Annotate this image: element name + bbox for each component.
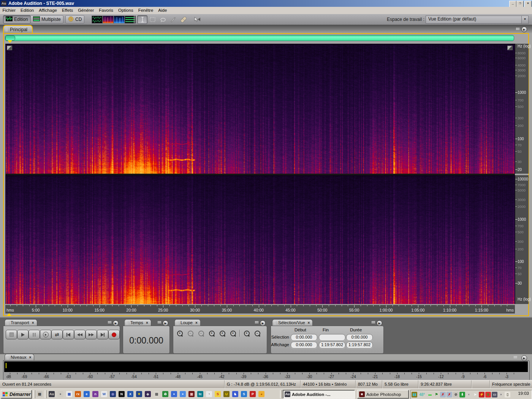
spectrogram-left-channel[interactable] xyxy=(5,44,515,174)
quicklaunch-icon-17[interactable]: ▣ xyxy=(188,391,195,397)
transport-end-button[interactable] xyxy=(97,330,108,339)
selection-value-0-2[interactable]: 0:00.000 xyxy=(346,334,373,341)
quicklaunch-icon-5[interactable]: e xyxy=(84,391,90,397)
overview-scrollbar[interactable] xyxy=(5,35,514,41)
quicklaunch-icon-23[interactable]: S xyxy=(241,391,247,397)
menu-options[interactable]: Options xyxy=(116,7,136,14)
quicklaunch-icon-20[interactable]: S xyxy=(215,391,221,397)
transport-rew-button[interactable] xyxy=(74,330,86,339)
menu-effets[interactable]: Effets xyxy=(59,7,75,14)
spot-healing-brush-tool-button[interactable] xyxy=(178,15,188,24)
tray-icon-11[interactable]: $ xyxy=(485,392,491,397)
quicklaunch-icon-8[interactable]: ◉ xyxy=(110,391,116,397)
tab-principal[interactable]: Principal xyxy=(3,25,33,33)
tray-icon-1[interactable]: 48° xyxy=(418,392,426,397)
level-meter[interactable] xyxy=(4,361,528,372)
quicklaunch-icon-0[interactable]: ▤ xyxy=(36,391,43,397)
menu-fichier[interactable]: Fichier xyxy=(0,7,18,14)
transport-loop-button[interactable]: ⇄ xyxy=(51,330,63,339)
corner-icon-topleft[interactable] xyxy=(7,46,12,50)
levels-menu-button[interactable]: ▶ xyxy=(521,355,527,361)
task-photoshop[interactable]: ◙Adobe Photoshop xyxy=(357,390,409,399)
spectral-pan-view-button[interactable] xyxy=(114,16,125,24)
loupe-zsel-button[interactable]: + xyxy=(217,329,227,337)
selection-value-1-1[interactable]: 1:19:57.802 xyxy=(319,342,345,348)
tray-icon-6[interactable]: ⊘ xyxy=(453,392,459,397)
quicklaunch-icon-6[interactable]: n xyxy=(92,391,98,397)
selection-value-0-1[interactable] xyxy=(319,334,345,341)
menu-affichage[interactable]: Affichage xyxy=(36,7,60,14)
workspace-select[interactable]: Vue Edition (par défaut) xyxy=(426,16,523,24)
tray-icon-4[interactable]: ✗ xyxy=(440,392,446,397)
selection-value-1-0[interactable]: 0:00.000 xyxy=(291,342,317,348)
lasso-selection-tool-button[interactable] xyxy=(158,15,168,24)
menu-générer[interactable]: Générer xyxy=(76,7,97,14)
transport-rec-button[interactable] xyxy=(108,330,120,339)
tray-icon-5[interactable]: ✗ xyxy=(446,392,452,397)
loupe-zsel-l-button[interactable]: + xyxy=(207,329,217,337)
quicklaunch-icon-10[interactable]: X xyxy=(127,391,133,397)
tray-icon-3[interactable]: ⚑ xyxy=(434,392,439,397)
quicklaunch-icon-15[interactable]: ● xyxy=(171,391,177,397)
quicklaunch-icon-13[interactable]: ▤ xyxy=(154,391,160,397)
tray-icon-12[interactable]: ▭ xyxy=(492,392,497,397)
selection-value-0-0[interactable]: 0:00.000 xyxy=(291,334,317,341)
selection-value-1-2[interactable]: 1:19:57.802 xyxy=(346,342,373,348)
tray-icon-10[interactable]: ⚡ xyxy=(479,392,484,397)
transport-pause-button[interactable] xyxy=(28,330,40,339)
tray-icon-13[interactable]: ◗ xyxy=(498,392,504,397)
spectral-frequency-view-button[interactable] xyxy=(103,16,114,24)
loupe-zout-v-button[interactable]: − xyxy=(252,329,262,337)
loupe-zin-h-button[interactable]: + xyxy=(175,329,185,337)
quicklaunch-icon-2[interactable]: ● xyxy=(57,391,63,397)
quicklaunch-icon-25[interactable]: ◕ xyxy=(258,391,264,397)
panel-menu-button[interactable]: ▶ xyxy=(521,27,527,32)
quicklaunch-icon-21[interactable]: U xyxy=(223,391,230,397)
quicklaunch-icon-1[interactable]: Au xyxy=(49,391,55,397)
restore-button[interactable]: ❐ xyxy=(516,1,524,7)
quicklaunch-icon-7[interactable]: W xyxy=(101,391,107,397)
mode-multipiste-button[interactable]: Multipiste xyxy=(30,15,63,24)
time-ruler[interactable]: 5:0010:0015:0020:0025:0030:0035:0040:004… xyxy=(5,305,515,314)
quicklaunch-icon-18[interactable]: tc xyxy=(197,391,203,397)
effects-paintbrush-tool-button[interactable] xyxy=(168,15,178,24)
menu-edition[interactable]: Edition xyxy=(18,7,36,14)
transport-cplay-button[interactable] xyxy=(40,330,51,339)
quicklaunch-icon-14[interactable]: ♻ xyxy=(162,391,168,397)
mode-edition-button[interactable]: Edition xyxy=(3,15,31,24)
close-button[interactable]: ✕ xyxy=(524,1,532,7)
p-selection-menu-button[interactable]: ▶ xyxy=(377,320,382,326)
playhead-marker-bottom[interactable] xyxy=(7,313,11,316)
tray-icon-7[interactable]: ⬇ xyxy=(459,392,465,397)
tray-icon-2[interactable]: ▬ xyxy=(427,392,433,397)
workspace-dropdown-arrow-icon[interactable]: ▼ xyxy=(521,16,529,24)
waveform-view-button[interactable] xyxy=(92,16,103,24)
p-transport-menu-button[interactable]: ▶ xyxy=(113,320,119,326)
loupe-zout-full-button[interactable]: − xyxy=(196,329,206,337)
tray-icon-14[interactable]: ▯ xyxy=(505,392,510,397)
quicklaunch-icon-9[interactable]: N xyxy=(119,391,125,397)
mode-cd-button[interactable]: CD xyxy=(65,15,84,24)
quicklaunch-icon-24[interactable]: P xyxy=(250,391,256,397)
menu-fenêtre[interactable]: Fenêtre xyxy=(136,7,156,14)
tray-icon-0[interactable]: ▮▮ xyxy=(412,392,417,397)
playhead-marker-top[interactable] xyxy=(8,40,12,43)
quicklaunch-icon-12[interactable]: ◆ xyxy=(145,391,151,397)
quicklaunch-icon-4[interactable]: rx xyxy=(75,391,81,397)
tray-icon-9[interactable]: ➤ xyxy=(472,392,478,397)
corner-icon-topright[interactable] xyxy=(507,46,513,50)
quicklaunch-icon-16[interactable]: ● xyxy=(180,391,186,397)
time-selection-tool-button[interactable] xyxy=(137,15,147,24)
start-button[interactable]: Démarrer xyxy=(1,390,32,399)
spectrogram-right-channel[interactable] xyxy=(5,175,515,304)
tray-icon-8[interactable]: ◖ xyxy=(466,392,472,397)
quicklaunch-icon-11[interactable]: ✶ xyxy=(136,391,142,397)
minimize-button[interactable]: _ xyxy=(509,1,516,7)
loupe-zin-v-button[interactable]: + xyxy=(242,329,252,337)
p-loupe-menu-button[interactable]: ▶ xyxy=(260,320,266,326)
loupe-zout-h-button[interactable]: − xyxy=(185,329,195,337)
quicklaunch-icon-22[interactable]: ♞ xyxy=(232,391,238,397)
scrub-tool-button[interactable] xyxy=(192,15,202,24)
quicklaunch-icon-3[interactable]: ▦ xyxy=(66,391,72,397)
menu-favoris[interactable]: Favoris xyxy=(97,7,116,14)
